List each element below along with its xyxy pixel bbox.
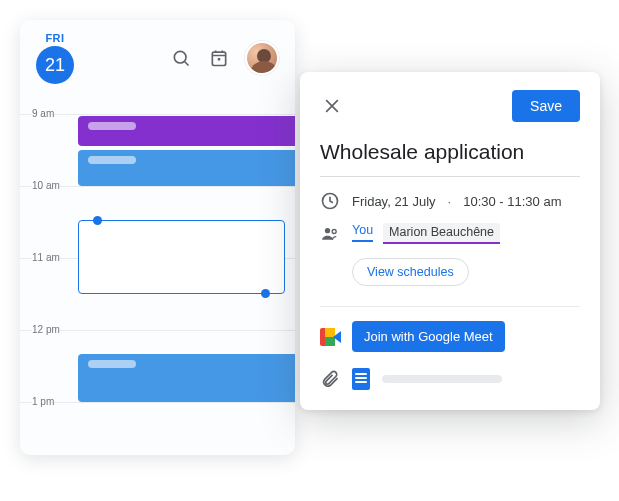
google-doc-icon[interactable] (352, 368, 370, 390)
event-title-placeholder (88, 360, 136, 368)
close-icon[interactable] (320, 94, 344, 118)
attachment-row (320, 368, 580, 390)
day-abbr-label: FRI (45, 32, 64, 44)
hour-row: 10 am (20, 186, 295, 187)
hour-label: 10 am (32, 180, 60, 191)
calendar-event-blue[interactable] (78, 150, 295, 186)
hour-label: 12 pm (32, 324, 60, 335)
event-title-input[interactable]: Wholesale application (320, 140, 580, 177)
people-icon (320, 224, 340, 244)
save-button[interactable]: Save (512, 90, 580, 122)
date-time-row[interactable]: Friday, 21 July · 10:30 - 11:30 am (320, 191, 580, 211)
google-meet-icon (320, 328, 342, 346)
join-meet-button[interactable]: Join with Google Meet (352, 321, 505, 352)
guest-chip[interactable]: Marion Beauchêne (383, 223, 500, 244)
event-title-placeholder (88, 156, 136, 164)
google-meet-row: Join with Google Meet (320, 321, 580, 352)
event-date-text: Friday, 21 July (352, 194, 436, 209)
svg-rect-6 (218, 58, 221, 61)
calendar-today-icon[interactable] (207, 46, 231, 70)
paperclip-icon[interactable] (320, 369, 340, 389)
search-icon[interactable] (169, 46, 193, 70)
day-number-circle: 21 (36, 46, 74, 84)
hour-label: 9 am (32, 108, 54, 119)
calendar-header: FRI 21 (20, 20, 295, 94)
hour-label: 1 pm (32, 396, 54, 407)
separator-dot: · (448, 194, 452, 209)
resize-handle-bottom[interactable] (261, 289, 270, 298)
account-avatar[interactable] (245, 41, 279, 75)
panel-header: Save (320, 90, 580, 122)
event-title-placeholder (88, 122, 136, 130)
guest-chip-you[interactable]: You (352, 223, 373, 242)
hour-row: 1 pm (20, 402, 295, 403)
new-event-time-slot[interactable] (78, 220, 285, 294)
hour-label: 11 am (32, 252, 60, 263)
svg-point-10 (325, 228, 330, 233)
svg-point-0 (174, 51, 186, 63)
resize-handle-top[interactable] (93, 216, 102, 225)
calendar-event-purple[interactable] (78, 116, 295, 146)
date-indicator[interactable]: FRI 21 (36, 32, 74, 84)
calendar-event-blue[interactable] (78, 354, 295, 402)
timeline[interactable]: 9 am 10 am 11 am 12 pm 1 pm (20, 94, 295, 454)
calendar-day-view: FRI 21 9 am 10 am 11 am 12 pm 1 pm (20, 20, 295, 455)
event-time-text: 10:30 - 11:30 am (463, 194, 561, 209)
event-detail-panel: Save Wholesale application Friday, 21 Ju… (300, 72, 600, 410)
attachment-name-placeholder (382, 375, 502, 383)
hour-row: 12 pm (20, 330, 295, 331)
guests-row: You Marion Beauchêne (320, 223, 580, 244)
header-actions (169, 41, 279, 75)
divider (320, 306, 580, 307)
view-schedules-button[interactable]: View schedules (352, 258, 469, 286)
svg-line-1 (185, 62, 189, 66)
hour-row: 9 am (20, 114, 295, 115)
svg-point-11 (332, 229, 336, 233)
clock-icon (320, 191, 340, 211)
guest-chips: You Marion Beauchêne (352, 223, 500, 244)
